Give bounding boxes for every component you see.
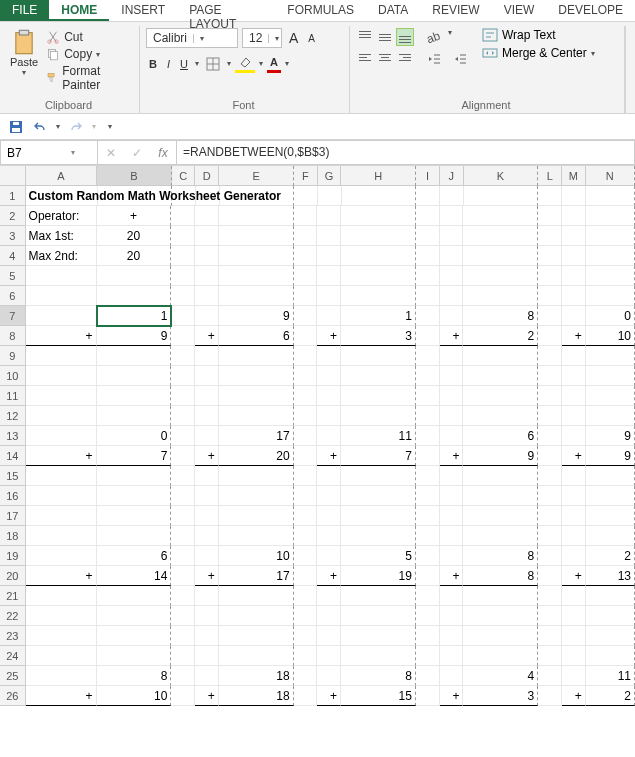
cell-D2[interactable]: [195, 206, 219, 226]
cell-A12[interactable]: [26, 406, 97, 426]
cell-B25[interactable]: 8: [97, 666, 172, 686]
cell-L6[interactable]: [538, 286, 562, 306]
cell-J13[interactable]: [440, 426, 464, 446]
cell-L2[interactable]: [538, 206, 562, 226]
row-header-1[interactable]: 1: [0, 186, 26, 206]
cell-F16[interactable]: [294, 486, 318, 506]
cell-A26[interactable]: +: [26, 686, 97, 706]
cell-E13[interactable]: 17: [219, 426, 294, 446]
cell-L26[interactable]: [538, 686, 562, 706]
cell-K3[interactable]: [463, 226, 538, 246]
col-header-C[interactable]: C: [172, 166, 196, 186]
tab-formulas[interactable]: FORMULAS: [275, 0, 366, 21]
cell-B16[interactable]: [97, 486, 172, 506]
cell-I13[interactable]: [416, 426, 440, 446]
cell-M5[interactable]: [562, 266, 586, 286]
cell-J16[interactable]: [440, 486, 464, 506]
cell-H7[interactable]: 1: [341, 306, 416, 326]
cell-D25[interactable]: [195, 666, 219, 686]
cell-B22[interactable]: [97, 606, 172, 626]
cell-J4[interactable]: [440, 246, 464, 266]
font-color-drop-icon[interactable]: ▾: [285, 59, 289, 68]
cell-K4[interactable]: [463, 246, 538, 266]
cell-M21[interactable]: [562, 586, 586, 606]
cell-M26[interactable]: +: [562, 686, 586, 706]
borders-drop-icon[interactable]: ▾: [227, 59, 231, 68]
cell-G6[interactable]: [317, 286, 341, 306]
copy-drop-icon[interactable]: ▾: [96, 50, 100, 59]
cell-B5[interactable]: [97, 266, 172, 286]
cell-C26[interactable]: [171, 686, 195, 706]
cell-G8[interactable]: +: [317, 326, 341, 346]
cell-J6[interactable]: [440, 286, 464, 306]
cell-N18[interactable]: [586, 526, 635, 546]
cell-B20[interactable]: 14: [97, 566, 172, 586]
row-header-26[interactable]: 26: [0, 686, 26, 706]
cell-F2[interactable]: [294, 206, 318, 226]
cell-M1[interactable]: [562, 186, 586, 206]
formula-input[interactable]: =RANDBETWEEN(0,$B$3): [177, 140, 635, 165]
tab-file[interactable]: FILE: [0, 0, 49, 21]
col-header-E[interactable]: E: [219, 166, 294, 186]
cell-I14[interactable]: [416, 446, 440, 466]
cell-B24[interactable]: [97, 646, 172, 666]
paste-drop-icon[interactable]: ▾: [22, 68, 26, 77]
cell-H10[interactable]: [341, 366, 416, 386]
cell-D5[interactable]: [195, 266, 219, 286]
cell-E23[interactable]: [219, 626, 294, 646]
decrease-indent-button[interactable]: [424, 50, 444, 68]
cell-C2[interactable]: [171, 206, 195, 226]
cell-H13[interactable]: 11: [341, 426, 416, 446]
cell-F9[interactable]: [294, 346, 318, 366]
cell-K6[interactable]: [463, 286, 538, 306]
cell-J25[interactable]: [440, 666, 464, 686]
cell-B3[interactable]: 20: [97, 226, 172, 246]
cell-L24[interactable]: [538, 646, 562, 666]
cell-B6[interactable]: [97, 286, 172, 306]
cell-G11[interactable]: [317, 386, 341, 406]
cell-H11[interactable]: [341, 386, 416, 406]
undo-button[interactable]: [32, 119, 48, 135]
cell-E18[interactable]: [219, 526, 294, 546]
cell-F6[interactable]: [294, 286, 318, 306]
row-header-13[interactable]: 13: [0, 426, 26, 446]
cell-C15[interactable]: [171, 466, 195, 486]
cell-B4[interactable]: 20: [97, 246, 172, 266]
cell-D22[interactable]: [195, 606, 219, 626]
cell-F26[interactable]: [294, 686, 318, 706]
cell-K2[interactable]: [463, 206, 538, 226]
cell-M10[interactable]: [562, 366, 586, 386]
cell-J19[interactable]: [440, 546, 464, 566]
cell-H22[interactable]: [341, 606, 416, 626]
cell-G25[interactable]: [317, 666, 341, 686]
cell-J3[interactable]: [440, 226, 464, 246]
row-header-24[interactable]: 24: [0, 646, 26, 666]
cell-A1[interactable]: Custom Random Math Worksheet Generator: [26, 186, 98, 206]
cell-A16[interactable]: [26, 486, 97, 506]
cell-C17[interactable]: [171, 506, 195, 526]
cell-D9[interactable]: [195, 346, 219, 366]
cell-E19[interactable]: 10: [219, 546, 294, 566]
cell-C19[interactable]: [171, 546, 195, 566]
cell-J24[interactable]: [440, 646, 464, 666]
cell-M14[interactable]: +: [562, 446, 586, 466]
qat-customize-icon[interactable]: ▾: [108, 122, 112, 131]
cell-M6[interactable]: [562, 286, 586, 306]
cell-G13[interactable]: [317, 426, 341, 446]
cell-L17[interactable]: [538, 506, 562, 526]
cell-A21[interactable]: [26, 586, 97, 606]
cell-K1[interactable]: [464, 186, 539, 206]
cell-K9[interactable]: [463, 346, 538, 366]
cell-A23[interactable]: [26, 626, 97, 646]
cell-B19[interactable]: 6: [97, 546, 172, 566]
cell-L21[interactable]: [538, 586, 562, 606]
row-header-6[interactable]: 6: [0, 286, 26, 306]
cell-J7[interactable]: [440, 306, 464, 326]
cell-J22[interactable]: [440, 606, 464, 626]
cell-I25[interactable]: [416, 666, 440, 686]
row-header-18[interactable]: 18: [0, 526, 26, 546]
select-all-corner[interactable]: [0, 166, 26, 186]
cell-D18[interactable]: [195, 526, 219, 546]
cell-C12[interactable]: [171, 406, 195, 426]
cell-N3[interactable]: [586, 226, 635, 246]
